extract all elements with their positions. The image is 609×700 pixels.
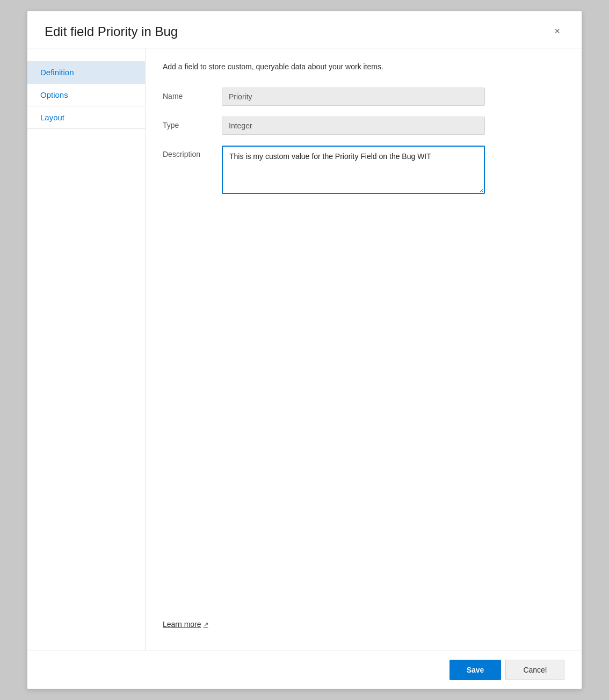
dialog-footer: Save Cancel [27,651,582,689]
sidebar-item-options[interactable]: Options [27,84,145,106]
edit-field-dialog: Edit field Priority in Bug × Definition … [27,11,582,689]
external-link-icon: ↗ [204,621,208,628]
description-field-group: Description This is my custom value for … [163,146,564,194]
dialog-header: Edit field Priority in Bug × [27,11,582,48]
type-label: Type [163,117,222,129]
close-button[interactable]: × [550,24,564,38]
type-field-group: Type [163,117,564,135]
type-input[interactable] [222,117,485,135]
dialog-body: Definition Options Layout Add a field to… [27,48,582,651]
name-input[interactable] [222,88,485,106]
dialog-title: Edit field Priority in Bug [45,24,178,39]
main-content: Add a field to store custom, queryable d… [146,48,582,651]
name-field-group: Name [163,88,564,106]
section-description: Add a field to store custom, queryable d… [163,61,564,73]
cancel-button[interactable]: Cancel [505,660,564,680]
description-textarea[interactable]: This is my custom value for the Priority… [222,146,485,194]
sidebar-item-layout[interactable]: Layout [27,106,145,129]
learn-more-section: Learn more ↗ [163,619,564,638]
save-button[interactable]: Save [450,660,502,680]
sidebar-item-definition[interactable]: Definition [27,61,145,84]
description-label: Description [163,146,222,158]
name-label: Name [163,88,222,100]
sidebar: Definition Options Layout [27,48,146,651]
learn-more-link[interactable]: Learn more ↗ [163,620,208,629]
